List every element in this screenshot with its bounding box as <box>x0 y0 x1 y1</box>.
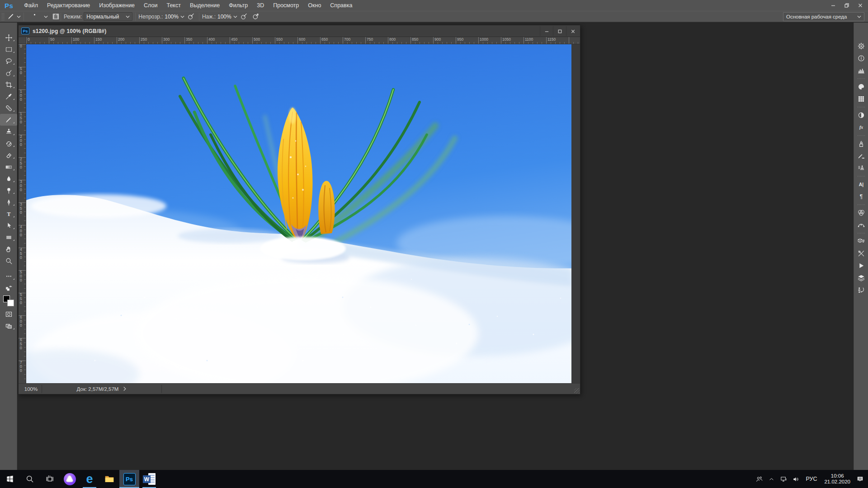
quick-mask-button[interactable] <box>0 308 17 320</box>
history-brush-tool[interactable] <box>0 137 17 149</box>
file-explorer-button[interactable] <box>99 470 119 488</box>
type-tool[interactable]: T <box>0 208 17 220</box>
character-panel-icon[interactable]: A| <box>854 178 868 190</box>
screen-mode-button[interactable] <box>0 320 17 332</box>
doc-close-button[interactable] <box>566 26 579 36</box>
panel-group-grip[interactable] <box>854 133 868 137</box>
document-size-info[interactable]: Док: 2,57M/2,57M <box>42 385 162 393</box>
doc-minimize-button[interactable] <box>540 26 553 36</box>
menu-item[interactable]: Текст <box>162 0 185 11</box>
foreground-background-colors[interactable] <box>0 294 17 308</box>
pressure-size-button[interactable] <box>239 12 249 21</box>
menu-item[interactable]: Выделение <box>185 0 224 11</box>
workspace-switcher[interactable]: Основная рабочая среда <box>783 12 864 21</box>
clone-stamp-tool[interactable] <box>0 126 17 137</box>
task-view-button[interactable] <box>40 470 60 488</box>
menu-item[interactable]: Окно <box>303 0 326 11</box>
menu-item[interactable]: Фильтр <box>224 0 252 11</box>
taskbar-search-button[interactable] <box>20 470 40 488</box>
menu-item[interactable]: 3D <box>252 0 269 11</box>
color-panel-icon[interactable] <box>854 80 868 93</box>
brush-settings-panel-icon[interactable] <box>854 150 868 162</box>
adjustments-panel-icon[interactable] <box>854 109 868 121</box>
show-hidden-icons-chevron[interactable] <box>765 470 778 488</box>
language-indicator[interactable]: РУС <box>802 476 821 482</box>
pen-tool[interactable] <box>0 196 17 208</box>
options-bar-grip[interactable] <box>1 13 5 20</box>
layers-panel-icon[interactable] <box>854 272 868 284</box>
panel-group-grip[interactable] <box>854 231 868 235</box>
toggle-brush-settings-panel-button[interactable] <box>51 12 61 21</box>
hand-tool[interactable] <box>0 243 17 255</box>
panel-group-grip[interactable] <box>854 105 868 109</box>
flow-value[interactable]: 100% <box>217 14 231 20</box>
dodge-tool[interactable] <box>0 184 17 196</box>
navigator-panel-icon[interactable] <box>854 40 868 52</box>
word-button[interactable]: W <box>139 470 159 488</box>
zoom-level-field[interactable]: 100% <box>20 385 42 393</box>
canvas[interactable] <box>26 44 571 383</box>
actions-panel-icon[interactable] <box>854 259 868 272</box>
airbrush-button[interactable] <box>251 12 261 21</box>
action-center-icon[interactable] <box>854 470 866 488</box>
blur-tool[interactable] <box>0 173 17 184</box>
clone-source-panel-icon[interactable] <box>854 162 868 174</box>
eyedropper-tool[interactable] <box>0 90 17 102</box>
pressure-opacity-button[interactable] <box>186 12 196 21</box>
panel-group-grip[interactable] <box>854 202 868 206</box>
restore-button[interactable] <box>840 0 854 10</box>
window-resize-grip[interactable] <box>574 388 580 394</box>
default-colors-button[interactable] <box>0 282 17 294</box>
edge-button[interactable]: e <box>80 470 99 488</box>
paragraph-panel-icon[interactable]: ¶ <box>854 190 868 202</box>
volume-icon[interactable] <box>790 470 802 488</box>
rectangle-shape-tool[interactable] <box>0 231 17 243</box>
ruler-corner[interactable] <box>19 37 26 44</box>
histogram-panel-icon[interactable] <box>854 64 868 76</box>
gradient-tool[interactable] <box>0 161 17 173</box>
start-button[interactable] <box>0 470 20 488</box>
menu-item[interactable]: Просмотр <box>269 0 303 11</box>
move-tool[interactable] <box>0 32 17 43</box>
menu-item[interactable]: Изображение <box>94 0 139 11</box>
doc-maximize-button[interactable] <box>553 26 566 36</box>
menu-item[interactable]: Слои <box>139 0 162 11</box>
clock[interactable]: 10:06 21.02.2020 <box>821 473 854 485</box>
blend-mode-select[interactable]: Нормальный <box>84 12 132 21</box>
opacity-value[interactable]: 100% <box>165 14 179 20</box>
history-panel-icon[interactable] <box>854 284 868 296</box>
eraser-tool[interactable] <box>0 149 17 161</box>
styles-panel-icon[interactable]: fx <box>854 121 868 133</box>
network-icon[interactable] <box>778 470 790 488</box>
panel-group-grip[interactable] <box>854 76 868 80</box>
swatches-panel-icon[interactable] <box>854 93 868 105</box>
lasso-tool[interactable] <box>0 55 17 67</box>
yandex-alice-button[interactable] <box>60 470 80 488</box>
photoshop-button[interactable]: Ps <box>119 470 139 488</box>
channels-panel-icon[interactable] <box>854 206 868 219</box>
menu-item[interactable]: Справка <box>326 0 357 11</box>
brush-tool[interactable] <box>0 114 17 126</box>
path-selection-tool[interactable] <box>0 220 17 231</box>
tool-preset-picker[interactable] <box>5 11 24 22</box>
menu-item[interactable]: Файл <box>19 0 42 11</box>
rectangular-marquee-tool[interactable] <box>0 43 17 55</box>
crop-tool[interactable] <box>0 79 17 90</box>
quick-selection-tool[interactable] <box>0 67 17 79</box>
brushes-panel-icon[interactable] <box>854 137 868 150</box>
edit-toolbar-button[interactable] <box>0 270 17 282</box>
chevron-down-icon[interactable] <box>180 15 184 18</box>
chevron-down-icon[interactable] <box>233 15 237 18</box>
panel-group-grip[interactable] <box>854 174 868 178</box>
people-icon[interactable] <box>753 470 765 488</box>
background-color-chip[interactable] <box>7 300 14 306</box>
minimize-button[interactable] <box>826 0 840 10</box>
document-title-bar[interactable]: Ps s1200.jpg @ 100% (RGB/8#) <box>19 25 580 37</box>
photoshop-logo[interactable]: Ps <box>5 2 13 9</box>
spot-healing-brush-tool[interactable] <box>0 102 17 114</box>
brush-preset-picker[interactable] <box>24 11 51 22</box>
vertical-ruler[interactable]: 0501001502002503003504004505005506006507… <box>19 44 26 383</box>
3d-panel-icon[interactable] <box>854 235 868 247</box>
info-panel-icon[interactable] <box>854 52 868 64</box>
menu-item[interactable]: Редактирование <box>42 0 94 11</box>
